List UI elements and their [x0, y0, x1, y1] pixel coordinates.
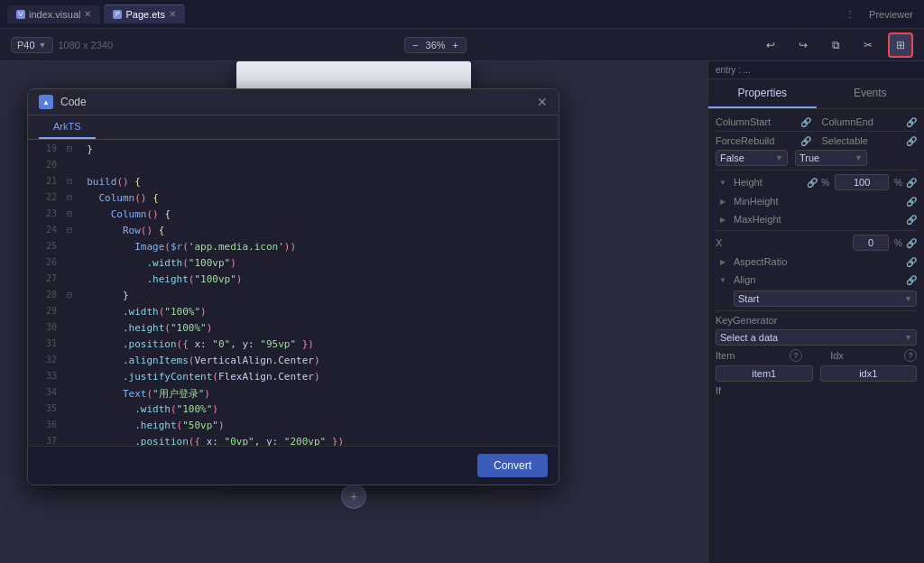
tab-close-page[interactable]: ✕	[169, 10, 176, 19]
tab-close-index[interactable]: ✕	[84, 10, 91, 19]
main-content: HuaWei + ▲ Code ✕ ArkTS 19 ⊟	[0, 61, 924, 563]
min-height-row: ▶ MinHeight 🔗	[716, 194, 917, 208]
x-value[interactable]: 0	[853, 235, 889, 251]
item-idx-value-row: item1 idx1	[716, 365, 917, 382]
item-label: Item	[716, 350, 786, 361]
key-generator-row: KeyGenerator	[716, 315, 917, 326]
tab-properties[interactable]: Properties	[708, 79, 817, 108]
code-line: 33 .justifyContent(FlexAlign.Center)	[28, 371, 559, 387]
code-line: 28 ⊟ }	[28, 290, 559, 306]
code-line: 19 ⊟ }	[28, 143, 559, 160]
selectable-select[interactable]: True ▼	[795, 150, 867, 166]
height-row: ▼ Height 🔗 % 100 % 🔗	[716, 174, 917, 190]
idx-value[interactable]: idx1	[820, 365, 918, 382]
align-chevron-icon[interactable]: ▼	[716, 272, 730, 287]
code-line: 27 .height("100vp")	[28, 273, 559, 290]
layout-icon: ⊞	[896, 39, 905, 51]
idx-help-icon[interactable]: ?	[904, 349, 917, 362]
x-percent: %	[894, 238, 902, 248]
selectable-value: True	[799, 152, 819, 163]
more-options-btn[interactable]: ⋮	[845, 9, 865, 19]
device-selector[interactable]: P40 ▼	[11, 37, 53, 53]
modal-title-icon: ▲	[39, 95, 53, 109]
code-line: 36 .height("50vp")	[28, 420, 559, 436]
aspect-ratio-chevron-icon[interactable]: ▶	[716, 254, 730, 269]
column-start-row: ColumnStart 🔗 ColumnEnd 🔗	[716, 116, 917, 127]
undo-button[interactable]: ↩	[758, 32, 783, 58]
tab-events[interactable]: Events	[817, 79, 925, 108]
height-chevron-icon[interactable]: ▼	[716, 175, 730, 189]
rebuild-values-row: False ▼ True ▼	[716, 150, 917, 166]
x-link-icon[interactable]: 🔗	[906, 238, 917, 248]
modal-tab-arkts[interactable]: ArkTS	[39, 115, 96, 139]
height-link2-icon[interactable]: 🔗	[906, 178, 917, 188]
canvas-area: HuaWei + ▲ Code ✕ ArkTS 19 ⊟	[0, 61, 707, 563]
redo-icon: ↪	[799, 39, 808, 51]
item-help-icon[interactable]: ?	[790, 349, 802, 362]
entry-breadcrumb: entry : ...	[708, 61, 924, 79]
zoom-control[interactable]: − 36% +	[404, 37, 467, 53]
modal-title: Code	[60, 96, 530, 108]
min-height-chevron-icon[interactable]: ▶	[716, 194, 730, 208]
key-generator-select[interactable]: Select a data ▼	[716, 329, 917, 346]
column-start-label: ColumnStart	[716, 116, 797, 127]
height-value[interactable]: 100	[835, 174, 889, 190]
code-line: 30 .height("100%")	[28, 322, 559, 338]
code-line: 29 .width("100%")	[28, 306, 559, 322]
column-end-label: ColumnEnd	[822, 116, 903, 127]
height-link-icon[interactable]: 🔗	[807, 178, 818, 188]
code-line: 34 Text("用户登录")	[28, 387, 559, 403]
item-idx-label-row: Item ? Idx ?	[716, 349, 917, 362]
code-line: 25 Image($r('app.media.icon'))	[28, 241, 559, 257]
align-link-icon[interactable]: 🔗	[906, 275, 917, 285]
key-generator-value-row: Select a data ▼	[716, 329, 917, 346]
if-row: If	[716, 385, 917, 396]
force-rebuild-label: ForceRebuild	[716, 135, 797, 146]
code-line: 24 ⊟ Row() {	[28, 225, 559, 241]
max-height-row: ▶ MaxHeight 🔗	[716, 212, 917, 226]
selectable-label: Selectable	[822, 135, 903, 146]
resolution-display: 1080 x 2340	[59, 40, 114, 51]
x-label: X	[716, 237, 847, 248]
main-toolbar: P40 ▼ 1080 x 2340 − 36% + ↩ ↪ ⧉ ✂ ⊞	[0, 29, 924, 61]
cut-button[interactable]: ✂	[855, 32, 881, 58]
device-chevron-icon: ▼	[39, 41, 47, 50]
redo-button[interactable]: ↪	[790, 32, 816, 58]
idx-label: Idx	[830, 350, 901, 361]
force-rebuild-arrow-icon: ▼	[775, 153, 783, 162]
item-value[interactable]: item1	[716, 365, 813, 382]
events-tab-label: Events	[854, 87, 887, 99]
code-content[interactable]: 19 ⊟ } 20 21 ⊟ build() { 22 ⊟	[28, 140, 559, 446]
zoom-minus-icon[interactable]: −	[412, 40, 418, 51]
code-line: 32 .alignItems(VerticalAlign.Center)	[28, 355, 559, 371]
code-line: 31 .position({ x: "0", y: "95vp" })	[28, 338, 559, 355]
selectable-link-icon[interactable]: 🔗	[906, 136, 917, 146]
aspect-ratio-link-icon[interactable]: 🔗	[906, 257, 917, 267]
align-select[interactable]: Start ▼	[734, 291, 917, 307]
height-label: Height	[734, 177, 803, 188]
force-rebuild-select[interactable]: False ▼	[716, 150, 788, 166]
modal-footer: Convert	[28, 446, 559, 485]
column-start-link-icon[interactable]: 🔗	[800, 117, 811, 127]
zoom-plus-icon[interactable]: +	[453, 40, 458, 51]
align-label: Align	[734, 274, 902, 285]
align-value: Start	[738, 293, 759, 304]
max-height-link-icon[interactable]: 🔗	[906, 215, 917, 225]
column-end-link-icon[interactable]: 🔗	[906, 117, 917, 127]
tab-page-ets[interactable]: P Page.ets ✕	[104, 5, 184, 23]
force-rebuild-link-icon[interactable]: 🔗	[800, 136, 811, 146]
plus-icon: +	[350, 489, 357, 503]
tab-label-index: index.visual	[29, 9, 80, 20]
tab-index-visual[interactable]: V index.visual ✕	[7, 5, 100, 23]
modal-close-button[interactable]: ✕	[537, 96, 548, 108]
layout-button[interactable]: ⊞	[888, 32, 913, 58]
convert-button[interactable]: Convert	[477, 454, 548, 477]
panel-content: ColumnStart 🔗 ColumnEnd 🔗 ForceRebuild 🔗…	[708, 109, 924, 563]
min-height-link-icon[interactable]: 🔗	[906, 197, 917, 207]
key-generator-label: KeyGenerator	[716, 315, 917, 326]
copy-button[interactable]: ⧉	[823, 32, 848, 58]
canvas-add-button[interactable]: +	[341, 484, 366, 509]
key-generator-arrow-icon: ▼	[904, 333, 912, 342]
max-height-chevron-icon[interactable]: ▶	[716, 212, 730, 226]
align-arrow-icon: ▼	[904, 294, 912, 303]
